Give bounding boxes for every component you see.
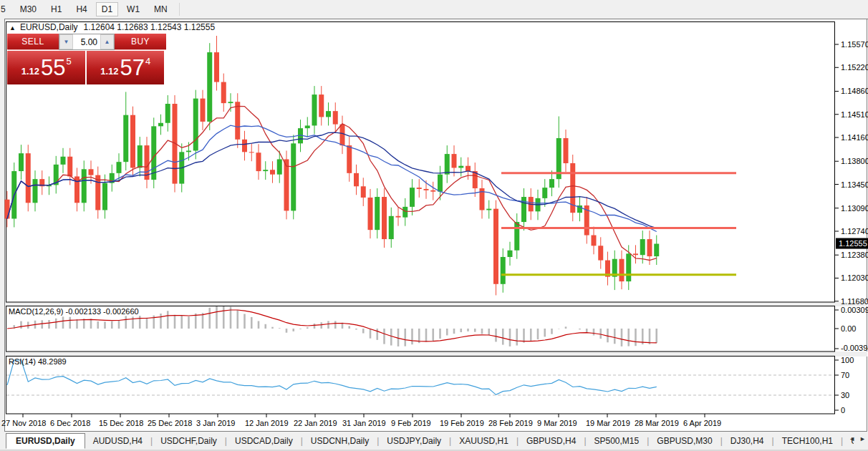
candle	[438, 175, 443, 192]
chart-tab-sp500-m15[interactable]: SP500,M15	[587, 433, 647, 449]
chart-tab-usdcnh-daily[interactable]: USDCNH,Daily	[303, 433, 377, 449]
date-axis-label: 15 Dec 2018	[99, 419, 143, 427]
buy-price-big: 57	[120, 55, 145, 81]
candle	[333, 111, 338, 124]
price-axis-label: 1.14160	[841, 133, 868, 142]
candle	[249, 152, 254, 152]
volume-spinner: ▼ ▲	[59, 34, 115, 50]
candle	[89, 169, 94, 175]
buy-price-sup: 4	[145, 56, 150, 67]
chart-tab-gbpusd-m30[interactable]: GBPUSD,M30	[649, 433, 720, 449]
candle	[277, 159, 282, 174]
application-window: 5M30H1H4D1W1MN 1.12555 ▲EURUSD,Daily1.12…	[0, 0, 868, 451]
buy-price-small: 1.12	[100, 66, 118, 77]
candle	[368, 198, 373, 230]
candle	[158, 123, 163, 127]
rsi-axis-label: 0	[841, 406, 845, 414]
candle	[521, 197, 526, 222]
date-axis-label: 19 Feb 2019	[440, 419, 484, 427]
candle	[26, 153, 31, 203]
candle	[102, 183, 107, 210]
candle	[486, 209, 491, 210]
price-axis-label: 1.15570	[841, 40, 868, 49]
chart-tab-tech100-h1[interactable]: TECH100,H1	[774, 433, 841, 449]
candle	[361, 186, 366, 198]
candle	[312, 94, 317, 125]
chart-tab-bar: EURUSD,DailyAUDUSD,H4|USDCHF,Daily|USDCA…	[0, 432, 868, 450]
candle	[305, 125, 310, 128]
candle	[508, 251, 513, 257]
candle	[67, 157, 72, 177]
price-axis-label: 1.13090	[841, 204, 868, 213]
candle	[514, 222, 519, 251]
volume-input[interactable]	[73, 34, 100, 49]
candle	[389, 216, 394, 239]
candle	[207, 52, 212, 122]
chart-tab-xauusd-h1[interactable]: XAUUSD,H1	[451, 433, 516, 449]
candle	[214, 52, 219, 82]
macd-name: MACD(12,26,9)	[9, 307, 63, 316]
rsi-plot-area[interactable]	[6, 357, 835, 414]
candle	[61, 157, 66, 165]
candle	[347, 145, 352, 173]
price-axis-label: 1.14510	[841, 110, 868, 119]
rsi-axis-label: 30	[841, 391, 849, 399]
candle	[138, 145, 143, 168]
candle	[445, 154, 450, 175]
chart-tab-usdchf-daily[interactable]: USDCHF,Daily	[153, 433, 225, 449]
sell-button[interactable]: SELL	[7, 34, 59, 50]
chart-tab-dj30-h4[interactable]: DJ30,H4	[723, 433, 772, 449]
buy-button[interactable]: BUY	[115, 34, 166, 50]
candle	[542, 188, 547, 198]
candle	[151, 126, 156, 180]
date-axis-label: 25 Dec 2018	[148, 419, 192, 427]
chart-tab-audusd-h4[interactable]: AUDUSD,H4	[85, 433, 150, 449]
panel-splitter[interactable]	[5, 351, 867, 357]
sell-price-panel[interactable]: 1.12 55 5	[7, 51, 85, 84]
candle	[340, 125, 345, 146]
candle	[33, 179, 38, 203]
sell-price-sup: 5	[67, 56, 72, 67]
price-axis-label: 1.11680	[841, 297, 868, 306]
candle	[654, 244, 659, 257]
collapse-arrow-icon[interactable]: ▲	[9, 24, 16, 31]
date-axis-label: 6 Dec 2018	[50, 419, 90, 427]
tabbar-scroll-left-icon[interactable]: ◄	[849, 435, 855, 442]
price-axis-label: 1.13800	[841, 157, 868, 165]
chart-header: ▲EURUSD,Daily1.12604 1.12683 1.12543 1.1…	[9, 22, 215, 32]
tabbar-scroll-right-icon[interactable]: ►	[859, 435, 866, 442]
buy-price-panel[interactable]: 1.12 57 4	[87, 51, 165, 84]
candle	[130, 115, 135, 168]
candle	[201, 99, 206, 122]
candle	[242, 140, 247, 152]
candle	[270, 170, 275, 174]
price-axis-label: 1.13450	[841, 180, 868, 189]
chart-tab-eurusd-daily[interactable]: EURUSD,Daily	[6, 433, 85, 449]
candle	[430, 190, 435, 192]
candle	[549, 179, 554, 188]
candle	[410, 188, 415, 207]
candle	[396, 216, 401, 218]
chart-tab-gbpusd-h4[interactable]: GBPUSD,H4	[519, 433, 584, 449]
candle	[228, 102, 233, 103]
candle	[598, 246, 603, 260]
date-axis-label: 9 Mar 2019	[537, 419, 577, 427]
chart-tab-usdjpy-daily[interactable]: USDJPY,Daily	[379, 433, 449, 449]
date-axis-label: 12 Jan 2019	[245, 419, 289, 427]
candle	[592, 236, 597, 246]
macd-axis-label: 0.003095	[841, 306, 868, 314]
candle	[417, 188, 422, 189]
price-axis-label: 1.12380	[841, 251, 868, 259]
date-axis-label: 27 Nov 2018	[1, 419, 46, 427]
candle	[382, 197, 387, 239]
candle	[82, 169, 87, 203]
candle	[564, 138, 569, 163]
date-axis-label: 28 Feb 2019	[488, 419, 533, 427]
candle	[19, 153, 24, 171]
chart-tab-usdcad-daily[interactable]: USDCAD,Daily	[227, 433, 301, 449]
tab-scroll-arrows: ◄ ►	[849, 435, 866, 442]
volume-increase-icon[interactable]: ▲	[100, 34, 114, 49]
volume-decrease-icon[interactable]: ▼	[59, 34, 73, 49]
date-axis-label: 9 Feb 2019	[391, 419, 431, 427]
candle	[354, 173, 359, 186]
